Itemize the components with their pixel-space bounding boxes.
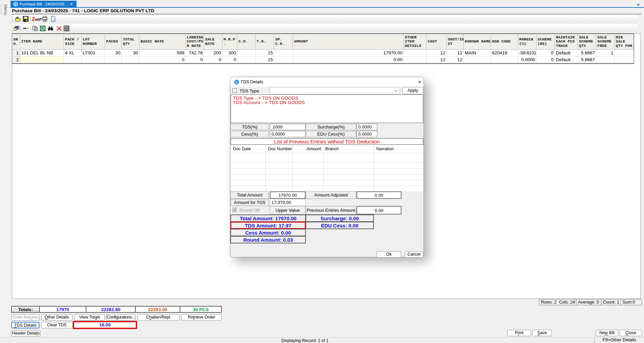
svg-text:L: L	[235, 80, 238, 84]
svg-text:L: L	[15, 3, 17, 6]
